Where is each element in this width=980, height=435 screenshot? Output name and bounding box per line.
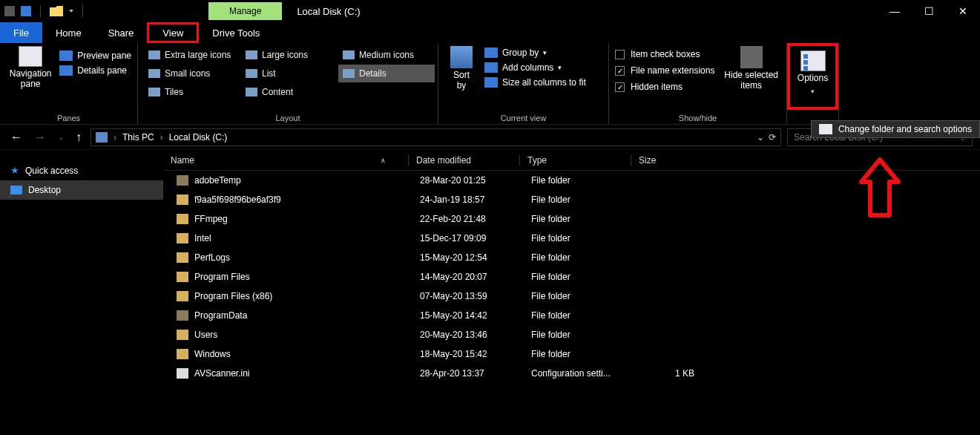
minimize-button[interactable]: —: [878, 0, 912, 22]
add-columns-icon: [484, 62, 498, 73]
recent-locations-button[interactable]: ⌄: [55, 133, 67, 141]
file-row[interactable]: Users20-May-20 13:46File folder: [163, 325, 980, 344]
layout-option-extra-large-icons[interactable]: Extra large icons: [144, 46, 240, 64]
layout-option-large-icons[interactable]: Large icons: [241, 46, 338, 64]
properties-icon[interactable]: [21, 6, 31, 16]
breadcrumb-this-pc[interactable]: This PC: [122, 132, 154, 143]
file-name-extensions-checkbox[interactable]: ✓File name extensions: [615, 65, 714, 76]
file-name: f9aa5f698f96be6af3f9: [194, 194, 420, 205]
manage-context-tab[interactable]: Manage: [208, 2, 282, 20]
file-type: File folder: [531, 349, 642, 359]
column-header-size[interactable]: Size: [631, 155, 705, 166]
file-date: 15-May-20 14:42: [420, 310, 531, 321]
title-bar: Manage Local Disk (C:) — ☐ ✕: [0, 0, 980, 22]
refresh-icon[interactable]: ⟳: [769, 132, 776, 143]
tree-item-desktop[interactable]: Desktop: [0, 180, 163, 200]
ribbon: Navigation pane Preview pane Details pan…: [0, 43, 980, 125]
group-label-panes: Panes: [6, 111, 131, 122]
back-button[interactable]: ←: [7, 131, 25, 144]
file-name: Program Files (x86): [194, 291, 420, 301]
layout-icon: [148, 69, 160, 78]
item-check-boxes-checkbox[interactable]: Item check boxes: [615, 49, 714, 59]
file-type: File folder: [531, 175, 642, 186]
file-type: File folder: [531, 233, 642, 243]
file-row[interactable]: AVScanner.ini28-Apr-20 13:37Configuratio…: [163, 364, 980, 383]
hide-selected-items-button[interactable]: Hide selected items: [722, 46, 780, 92]
file-date: 18-May-20 15:42: [420, 349, 531, 359]
breadcrumb-local-disk[interactable]: Local Disk (C:): [169, 132, 228, 143]
layout-option-small-icons[interactable]: Small icons: [144, 65, 240, 82]
tab-view[interactable]: View: [147, 22, 199, 43]
main-content: ★ Quick access Desktop Name∧ Date modifi…: [0, 150, 980, 435]
ribbon-group-layout: Extra large iconsLarge iconsMedium icons…: [138, 43, 438, 124]
forward-button[interactable]: →: [31, 131, 49, 144]
tab-file[interactable]: File: [0, 22, 42, 43]
layout-option-medium-icons[interactable]: Medium icons: [338, 46, 435, 64]
checkbox-icon: ✓: [615, 66, 625, 76]
ribbon-group-options: Options ▾: [787, 43, 839, 124]
file-type: File folder: [531, 214, 642, 224]
file-name: Program Files: [194, 272, 420, 282]
file-row[interactable]: Windows18-May-20 15:42File folder: [163, 344, 980, 364]
layout-option-content[interactable]: Content: [241, 83, 338, 101]
file-name: Windows: [194, 349, 420, 359]
file-type: Configuration setti...: [531, 368, 642, 379]
navigation-pane-button[interactable]: Navigation pane: [6, 46, 55, 89]
column-header-date[interactable]: Date modified: [408, 155, 519, 166]
tree-item-quick-access[interactable]: ★ Quick access: [0, 160, 163, 180]
options-button[interactable]: Options ▾: [787, 43, 838, 110]
group-by-button[interactable]: Group by ▾: [484, 48, 586, 58]
file-date: 24-Jan-19 18:57: [420, 194, 531, 205]
checkbox-icon: [615, 50, 625, 59]
file-date: 15-Dec-17 09:09: [420, 233, 531, 243]
file-row[interactable]: Program Files (x86)07-May-20 13:59File f…: [163, 287, 980, 306]
details-pane-icon: [59, 65, 73, 76]
preview-pane-button[interactable]: Preview pane: [59, 50, 131, 61]
file-row[interactable]: ProgramData15-May-20 14:42File folder: [163, 306, 980, 325]
folder-icon: [177, 310, 188, 321]
breadcrumb-history-icon[interactable]: ⌄: [757, 132, 764, 143]
up-button[interactable]: ↑: [73, 131, 85, 144]
file-name: PerfLogs: [194, 252, 420, 263]
layout-icon: [246, 69, 257, 78]
file-row[interactable]: PerfLogs15-May-20 12:54File folder: [163, 248, 980, 267]
maximize-button[interactable]: ☐: [912, 0, 946, 22]
sort-by-button[interactable]: Sort by: [444, 46, 479, 91]
qat-dropdown-icon[interactable]: [69, 10, 73, 13]
add-columns-button[interactable]: Add columns ▾: [484, 62, 586, 73]
layout-option-tiles[interactable]: Tiles: [144, 83, 240, 101]
folder-icon: [177, 330, 188, 340]
folder-icon: [177, 214, 188, 224]
file-name: Intel: [194, 233, 420, 243]
file-size: 1 KB: [642, 368, 717, 379]
folder-icon: [177, 194, 188, 205]
file-date: 15-May-20 12:54: [420, 252, 531, 263]
close-button[interactable]: ✕: [946, 0, 980, 22]
file-type: File folder: [531, 272, 642, 282]
ribbon-group-panes: Navigation pane Preview pane Details pan…: [0, 43, 138, 124]
file-type: File folder: [531, 291, 642, 301]
column-header-type[interactable]: Type: [519, 155, 631, 166]
group-by-icon: [484, 48, 498, 58]
details-pane-button[interactable]: Details pane: [59, 65, 131, 76]
layout-option-list[interactable]: List: [241, 65, 338, 82]
file-name: adobeTemp: [194, 175, 420, 186]
tab-drive-tools[interactable]: Drive Tools: [199, 22, 273, 43]
folder-icon: [177, 233, 188, 243]
layout-option-details[interactable]: Details: [338, 65, 435, 82]
file-row[interactable]: Program Files14-May-20 20:07File folder: [163, 267, 980, 287]
file-row[interactable]: Intel15-Dec-17 09:09File folder: [163, 229, 980, 248]
tab-share[interactable]: Share: [95, 22, 148, 43]
file-date: 20-May-20 13:46: [420, 330, 531, 340]
options-icon: [800, 50, 826, 71]
layout-icon: [246, 88, 257, 97]
size-columns-button[interactable]: Size all columns to fit: [484, 77, 586, 88]
tab-home[interactable]: Home: [42, 22, 95, 43]
column-header-name[interactable]: Name∧: [163, 155, 408, 166]
ribbon-group-current-view: Sort by Group by ▾ Add columns ▾ Size al…: [438, 43, 609, 124]
hidden-items-checkbox[interactable]: ✓Hidden items: [615, 82, 714, 92]
options-dropdown-item[interactable]: Change folder and search options: [811, 120, 980, 138]
layout-icon: [148, 88, 160, 97]
folder-icon[interactable]: [50, 6, 63, 16]
breadcrumb[interactable]: › This PC › Local Disk (C:) ⌄ ⟳: [91, 128, 781, 146]
